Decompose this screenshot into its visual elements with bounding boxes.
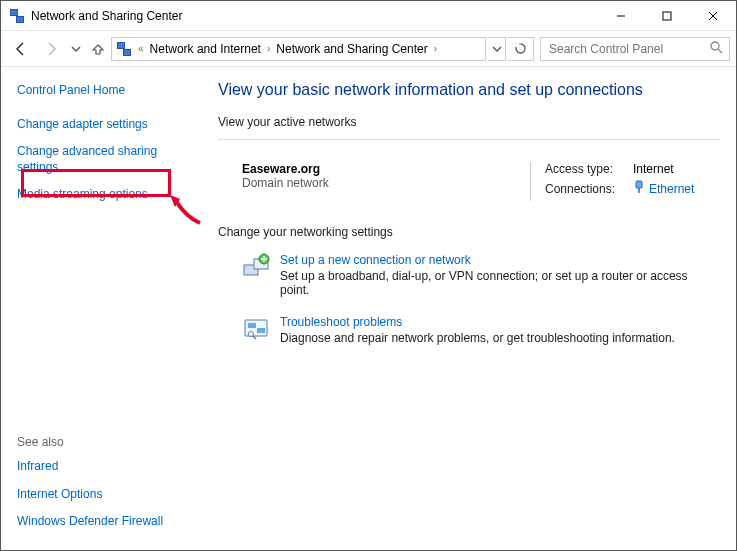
breadcrumb-segment[interactable]: Network and Sharing Center — [276, 42, 427, 56]
back-button[interactable] — [7, 35, 35, 63]
svg-rect-15 — [257, 328, 265, 333]
active-networks-label: View your active networks — [218, 115, 720, 129]
setup-connection-link[interactable]: Set up a new connection or network — [280, 253, 720, 267]
window-controls — [598, 1, 736, 30]
search-box[interactable] — [540, 37, 730, 61]
troubleshoot-icon — [242, 315, 270, 343]
up-button[interactable] — [87, 35, 109, 63]
active-network-block: Easeware.org Domain network Access type:… — [218, 154, 720, 219]
connection-link[interactable]: Ethernet — [633, 180, 694, 197]
main-panel: View your basic network information and … — [206, 67, 736, 550]
see-also-firewall[interactable]: Windows Defender Firewall — [17, 514, 192, 530]
change-settings-label: Change your networking settings — [218, 225, 720, 239]
svg-rect-1 — [663, 12, 671, 20]
titlebar: Network and Sharing Center — [1, 1, 736, 31]
chevron-right-icon: › — [432, 43, 439, 54]
control-panel-home-link[interactable]: Control Panel Home — [17, 83, 192, 99]
forward-button[interactable] — [37, 35, 65, 63]
svg-point-16 — [249, 332, 254, 337]
breadcrumb-bar[interactable]: « Network and Internet › Network and Sha… — [111, 37, 486, 61]
search-input[interactable] — [547, 41, 697, 57]
troubleshoot-link[interactable]: Troubleshoot problems — [280, 315, 675, 329]
address-dropdown[interactable] — [488, 37, 506, 61]
history-dropdown[interactable] — [67, 44, 85, 54]
setup-connection-desc: Set up a broadband, dial-up, or VPN conn… — [280, 269, 720, 297]
see-also-internet-options[interactable]: Internet Options — [17, 487, 192, 503]
svg-point-4 — [711, 42, 719, 50]
media-streaming-options-link[interactable]: Media streaming options — [17, 187, 192, 203]
page-heading: View your basic network information and … — [218, 81, 720, 99]
see-also-header: See also — [17, 435, 192, 449]
breadcrumb-icon — [116, 41, 132, 57]
svg-rect-6 — [636, 181, 642, 188]
troubleshoot-desc: Diagnose and repair network problems, or… — [280, 331, 675, 345]
minimize-button[interactable] — [598, 1, 644, 30]
chevron-right-icon: › — [265, 43, 272, 54]
see-also-infrared[interactable]: Infrared — [17, 459, 192, 475]
window-title: Network and Sharing Center — [31, 9, 182, 23]
app-icon — [9, 8, 25, 24]
network-type: Domain network — [242, 176, 530, 190]
maximize-button[interactable] — [644, 1, 690, 30]
change-advanced-sharing-link[interactable]: Change advanced sharing settings — [17, 144, 192, 175]
connection-name: Ethernet — [649, 182, 694, 196]
setup-connection-item: Set up a new connection or network Set u… — [218, 249, 720, 311]
change-adapter-settings-link[interactable]: Change adapter settings — [17, 117, 192, 133]
svg-rect-14 — [248, 323, 256, 328]
close-button[interactable] — [690, 1, 736, 30]
search-icon — [710, 41, 723, 57]
troubleshoot-item: Troubleshoot problems Diagnose and repai… — [218, 311, 720, 359]
ethernet-icon — [633, 180, 645, 197]
chevron-icon: « — [136, 43, 146, 54]
access-type-label: Access type: — [545, 162, 625, 176]
connections-label: Connections: — [545, 182, 625, 196]
svg-line-5 — [718, 49, 722, 53]
sidebar: Control Panel Home Change adapter settin… — [1, 67, 206, 550]
network-name: Easeware.org — [242, 162, 530, 176]
breadcrumb-segment[interactable]: Network and Internet — [150, 42, 261, 56]
address-bar-row: « Network and Internet › Network and Sha… — [1, 31, 736, 67]
setup-connection-icon — [242, 253, 270, 281]
access-type-value: Internet — [633, 162, 674, 176]
refresh-button[interactable] — [508, 37, 534, 61]
